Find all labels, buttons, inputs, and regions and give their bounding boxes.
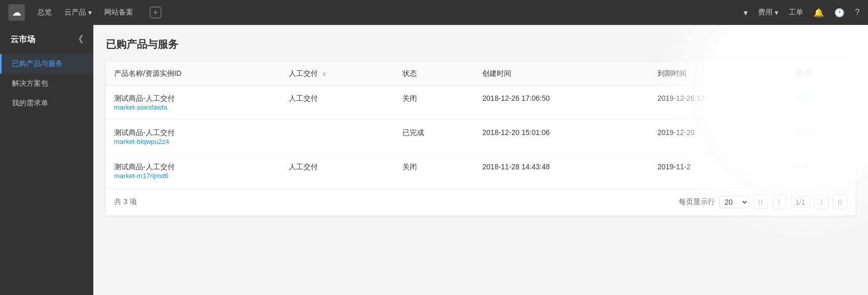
table-body: 测试商品-人工交付 market-asesfawta 人工交付 关闭 2018-… [106, 86, 856, 189]
page-title: 已购产品与服务 [106, 37, 856, 51]
col-expires: 到期时间 [649, 62, 787, 86]
sort-icon: ∨ [322, 70, 327, 77]
manage-button-2[interactable]: 管理 [795, 128, 809, 138]
dropdown-arrow-icon: ▾ [88, 8, 92, 17]
sidebar-item-solution[interactable]: 解决方案包 [0, 74, 93, 93]
table-header: 产品名称/资源实例ID 人工交付 ∨ 状态 创建时间 到期时间 操作 [106, 62, 856, 86]
bell-icon[interactable]: 🔔 [814, 8, 824, 18]
nav-work-order[interactable]: 工单 [789, 8, 803, 17]
manage-button-3[interactable]: 管理 [795, 163, 809, 172]
nav-fees[interactable]: 费用 ▾ [758, 8, 778, 17]
product-id-3[interactable]: market-m17rijmd6 [114, 172, 272, 180]
page-info: 1/1 [791, 196, 810, 208]
sidebar-collapse-button[interactable]: 《 [74, 33, 83, 46]
product-name-2: 测试商品-人工交付 [114, 128, 272, 138]
manage-button-1[interactable]: 管理 [795, 94, 809, 103]
sidebar-item-demand[interactable]: 我的需求单 [0, 93, 93, 113]
main-content: 已购产品与服务 产品名称/资源实例ID 人工交付 ∨ 状态 创建时间 到期时间 … [93, 25, 868, 295]
nav-cloud-products[interactable]: 云产品 ▾ [64, 8, 92, 17]
fees-dropdown-icon: ▾ [775, 8, 778, 17]
cell-expires-3: 2019-11-2 [649, 154, 787, 189]
col-action: 操作 [787, 62, 856, 86]
cell-action-2: 管理 [787, 120, 856, 154]
cell-action-1: 管理 [787, 86, 856, 120]
dropdown-arrow-right[interactable]: ▾ [744, 8, 748, 18]
cell-delivery-1: 人工交付 [281, 86, 394, 120]
sidebar-item-purchased[interactable]: 已购产品与服务 [0, 54, 93, 74]
col-status: 状态 [394, 62, 474, 86]
pagination-controls: 每页显示行 20 50 100 ⟨⟨ ⟨ 1/1 ⟩ ⟩⟩ [679, 195, 847, 209]
product-id-1[interactable]: market-asesfawta [114, 103, 272, 111]
per-page-select[interactable]: 20 50 100 [719, 196, 749, 208]
cell-status-3: 关闭 [394, 154, 474, 189]
top-navigation: ☁ 总览 云产品 ▾ 网站备案 + ▾ 费用 ▾ 工单 🔔 🕐 ? [0, 0, 868, 25]
last-page-button[interactable]: ⟩⟩ [833, 195, 847, 209]
nav-website-filing[interactable]: 网站备案 [104, 8, 133, 17]
products-table: 产品名称/资源实例ID 人工交付 ∨ 状态 创建时间 到期时间 操作 [106, 62, 856, 188]
cell-created-1: 2018-12-26 17:06:50 [474, 86, 649, 120]
table-footer: 共 3 项 每页显示行 20 50 100 ⟨⟨ ⟨ 1/1 ⟩ ⟩⟩ [106, 188, 856, 216]
clock-icon[interactable]: 🕐 [834, 8, 845, 18]
prev-page-button[interactable]: ⟨ [772, 195, 787, 209]
add-tab-button[interactable]: + [150, 7, 161, 18]
col-created: 创建时间 [474, 62, 649, 86]
product-id-2[interactable]: market-blqwpu2z4 [114, 138, 272, 145]
logo-icon: ☁ [12, 7, 21, 18]
table-row: 测试商品-人工交付 market-m17rijmd6 人工交付 关闭 2018-… [106, 154, 856, 189]
col-delivery[interactable]: 人工交付 ∨ [281, 62, 394, 86]
sidebar-title: 云市场 《 [0, 33, 93, 54]
cell-delivery-3: 人工交付 [281, 154, 394, 189]
logo: ☁ [8, 4, 25, 21]
cell-action-3: 管理 [787, 154, 856, 189]
cell-created-2: 2018-12-20 15:01:06 [474, 120, 649, 154]
cell-expires-2: 2019-12-20 [649, 120, 787, 154]
cell-product-3: 测试商品-人工交付 market-m17rijmd6 [106, 154, 281, 189]
topnav-right: ▾ 费用 ▾ 工单 🔔 🕐 ? [744, 8, 860, 18]
help-icon[interactable]: ? [855, 8, 860, 17]
product-name-1: 测试商品-人工交付 [114, 94, 272, 103]
cell-created-3: 2018-11-28 14:43:48 [474, 154, 649, 189]
cell-status-2: 已完成 [394, 120, 474, 154]
first-page-button[interactable]: ⟨⟨ [753, 195, 768, 209]
table-row: 测试商品-人工交付 market-blqwpu2z4 已完成 2018-12-2… [106, 120, 856, 154]
product-name-3: 测试商品-人工交付 [114, 163, 272, 172]
per-page-label: 每页显示行 [679, 197, 715, 207]
cell-product-1: 测试商品-人工交付 market-asesfawta [106, 86, 281, 120]
cell-product-2: 测试商品-人工交付 market-blqwpu2z4 [106, 120, 281, 154]
cell-expires-1: 2019-12-26 17: [649, 86, 787, 120]
sidebar: 云市场 《 已购产品与服务 解决方案包 我的需求单 [0, 25, 93, 295]
cell-delivery-2 [281, 120, 394, 154]
nav-overview[interactable]: 总览 [37, 8, 52, 17]
products-table-container: 产品名称/资源实例ID 人工交付 ∨ 状态 创建时间 到期时间 操作 [106, 62, 856, 216]
table-row: 测试商品-人工交付 market-asesfawta 人工交付 关闭 2018-… [106, 86, 856, 120]
total-count: 共 3 项 [114, 197, 137, 207]
col-product-name: 产品名称/资源实例ID [106, 62, 281, 86]
next-page-button[interactable]: ⟩ [814, 195, 829, 209]
cell-status-1: 关闭 [394, 86, 474, 120]
